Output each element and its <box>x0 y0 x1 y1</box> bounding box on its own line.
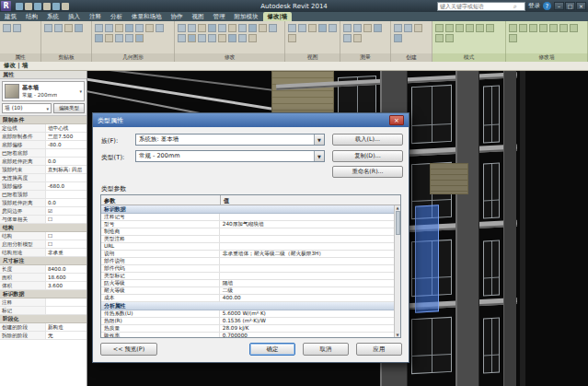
property-group-header[interactable]: 结构 <box>0 224 86 232</box>
param-row[interactable]: 部件代码 <box>101 265 394 273</box>
ribbon-tab[interactable]: 视图 <box>188 12 209 21</box>
3d-view-icon[interactable] <box>52 3 60 10</box>
maximize-button[interactable]: □ <box>565 2 575 10</box>
ribbon-tool-icon[interactable] <box>75 24 83 32</box>
scrollbar-thumb[interactable] <box>396 211 400 235</box>
panel-label[interactable]: 修改 <box>175 53 285 62</box>
property-row[interactable]: 结构☐ <box>0 232 86 240</box>
ribbon-tab[interactable]: 分析 <box>106 12 127 21</box>
param-row[interactable]: 制造商 <box>101 228 394 236</box>
panel-label[interactable]: 测量 <box>340 53 391 62</box>
ribbon-tool-icon[interactable] <box>64 24 73 32</box>
ribbon-tool-icon[interactable] <box>198 34 206 42</box>
duplicate-button[interactable]: 复制(D)... <box>332 150 403 162</box>
ribbon-tab[interactable]: 修改|墙 <box>263 12 293 21</box>
property-row[interactable]: 房间边界☑ <box>0 207 86 216</box>
param-row[interactable]: 说明非承重墙体；耐火等级二级（耐火极限3H） <box>101 251 394 258</box>
ribbon-tool-icon[interactable] <box>539 24 548 32</box>
panel-label[interactable]: 剪贴板 <box>41 53 92 62</box>
property-row[interactable]: 定位线墙中心线 <box>0 124 86 133</box>
dialog-title-bar[interactable]: 类型属性 × <box>93 113 409 127</box>
selected-wall-highlight[interactable] <box>415 205 439 312</box>
ribbon-tool-icon[interactable] <box>394 24 402 32</box>
ribbon-tab[interactable]: 插入 <box>63 12 85 21</box>
ribbon-tool-icon[interactable] <box>445 24 454 32</box>
ribbon-tool-icon[interactable] <box>570 24 578 32</box>
panel-label[interactable]: 视图 <box>285 53 340 62</box>
ribbon-tool-icon[interactable] <box>248 24 257 32</box>
save-icon[interactable] <box>16 3 23 10</box>
property-row[interactable]: 注释 <box>0 298 86 307</box>
ribbon-tool-icon[interactable] <box>115 24 123 32</box>
ok-button[interactable]: 确定 <box>249 343 295 356</box>
redo-icon[interactable] <box>34 3 41 10</box>
apply-button[interactable]: 应用 <box>356 343 402 356</box>
property-group-header[interactable]: 限制条件 <box>0 116 86 124</box>
ribbon-tool-icon[interactable] <box>509 24 517 32</box>
ribbon-tool-icon[interactable] <box>343 24 352 32</box>
section-icon[interactable] <box>62 3 69 10</box>
property-row[interactable]: 底部偏移-80.0 <box>0 141 86 149</box>
ribbon-tab[interactable]: 系统 <box>42 12 63 21</box>
edit-type-button[interactable]: 编辑类型 <box>53 103 85 113</box>
print-icon[interactable] <box>43 3 51 10</box>
help-search-box[interactable]: ⌕ <box>437 2 525 11</box>
ribbon-tool-icon[interactable] <box>445 34 454 42</box>
ribbon-tool-icon[interactable] <box>145 24 154 32</box>
ribbon-tool-icon[interactable] <box>414 24 422 32</box>
param-row[interactable]: 耐火等级二级 <box>101 287 394 295</box>
property-group-header[interactable]: 尺寸标注 <box>0 257 86 265</box>
param-section-header[interactable]: 标识数据 <box>101 205 394 214</box>
sign-in-label[interactable]: 登录 <box>528 2 540 10</box>
ribbon-tool-icon[interactable] <box>178 24 186 32</box>
ribbon-tool-icon[interactable] <box>435 34 444 42</box>
property-row[interactable]: 创建的阶段新构造 <box>0 323 86 332</box>
param-row[interactable]: 吸收率0.700000 <box>101 333 394 337</box>
type-selector[interactable]: 基本墙 常规 - 200mm ▾ <box>2 81 85 101</box>
preview-button[interactable]: << 预览(P) <box>100 343 157 356</box>
ribbon-tab[interactable]: 管理 <box>209 12 230 21</box>
close-icon[interactable]: × <box>389 115 404 125</box>
ribbon-tool-icon[interactable] <box>228 24 236 32</box>
search-icon[interactable]: ⌕ <box>513 3 517 10</box>
property-row[interactable]: 底部延伸距离0.0 <box>0 158 86 166</box>
ribbon-tool-icon[interactable] <box>105 34 113 42</box>
ribbon-tool-icon[interactable] <box>394 34 402 42</box>
ribbon-tool-icon[interactable] <box>529 24 537 32</box>
param-row[interactable]: 类型注释 <box>101 236 394 243</box>
property-row[interactable]: 标记 <box>0 307 86 315</box>
property-row[interactable]: 结构用途非承重 <box>0 249 86 257</box>
ribbon-tool-icon[interactable] <box>125 34 133 42</box>
ribbon-tool-icon[interactable] <box>559 24 568 32</box>
param-row[interactable]: 型号240厚加气砌块墙 <box>101 221 394 228</box>
param-row[interactable]: 传热系数(U)5.6000 W/(m²·K) <box>101 310 394 318</box>
table-scrollbar[interactable]: ▲ ▼ <box>394 205 400 337</box>
property-row[interactable]: 拆除的阶段无 <box>0 332 86 340</box>
property-row[interactable]: 底部限制条件三层7.500 <box>0 133 86 141</box>
ribbon-tool-icon[interactable] <box>156 24 164 32</box>
param-row[interactable]: 热阻(R)0.1536 (m²·K)/W <box>101 318 394 325</box>
ribbon-tool-icon[interactable] <box>343 34 352 42</box>
ribbon-tool-icon[interactable] <box>466 24 474 32</box>
panel-label[interactable]: 几何图形 <box>92 53 175 62</box>
ribbon-tool-icon[interactable] <box>238 34 247 42</box>
ribbon-tool-icon[interactable] <box>269 24 277 32</box>
ribbon-tool-icon[interactable] <box>455 24 464 32</box>
ribbon-tool-icon[interactable] <box>228 34 236 42</box>
ribbon-tab[interactable]: 建筑 <box>0 12 21 21</box>
ribbon-tool-icon[interactable] <box>476 24 484 32</box>
ribbon-tool-icon[interactable] <box>288 34 296 42</box>
ribbon-tool-icon[interactable] <box>3 24 11 32</box>
ribbon-tool-icon[interactable] <box>238 24 247 32</box>
ribbon-tool-icon[interactable] <box>135 34 144 42</box>
property-row[interactable]: 无连接高度 <box>0 174 86 182</box>
load-button[interactable]: 载入(L)... <box>332 134 403 146</box>
close-button[interactable]: × <box>576 2 586 10</box>
element-filter-dropdown[interactable]: 墙 (10) ▾ <box>2 103 52 113</box>
help-icon[interactable]: ? <box>543 2 551 10</box>
param-row[interactable]: 部件说明 <box>101 258 394 265</box>
ribbon-tool-icon[interactable] <box>486 24 494 32</box>
ribbon-tool-icon[interactable] <box>509 34 517 42</box>
cancel-button[interactable]: 取消 <box>303 343 349 356</box>
application-menu-button[interactable]: R <box>1 1 11 11</box>
